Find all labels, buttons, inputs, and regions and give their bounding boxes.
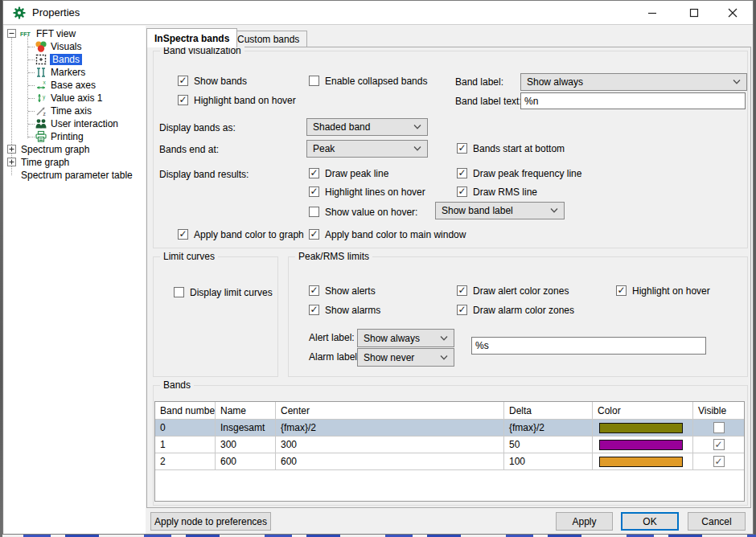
chevron-down-icon [733, 80, 741, 84]
titlebar[interactable]: Properties [3, 1, 753, 25]
table-row[interactable]: 2 600 600 100 ✓ [155, 453, 744, 470]
column-header[interactable]: Center [276, 402, 504, 420]
tree-item-user-interaction[interactable]: User interaction [4, 117, 146, 130]
checkbox-bands-start-at-bottom[interactable]: ✓ Bands start at bottom [457, 142, 565, 154]
svg-text:FFT: FFT [20, 31, 31, 37]
tree-item-label: FFT view [36, 28, 76, 39]
checkbox-apply-band-color-to-graph[interactable]: ✓ Apply band color to graph [178, 228, 304, 240]
band-label-text-label: Band label text: [455, 96, 522, 107]
combo-bands-end-at[interactable]: Peak [306, 140, 428, 158]
checkbox-apply-band-color-to-main-window[interactable]: ✓ Apply band color to main window [309, 228, 466, 240]
tree-item-base-axes[interactable]: x Base axes [4, 79, 146, 92]
limit-label-text-input[interactable] [471, 337, 706, 355]
checkbox-highlight-band-on-hover[interactable]: ✓ Highlight band on hover [178, 94, 296, 106]
chevron-down-icon [440, 336, 448, 341]
button-label: Apply node to preferences [154, 516, 267, 527]
maximize-button[interactable] [677, 1, 711, 24]
maximize-icon [689, 8, 699, 18]
cell-color[interactable] [593, 453, 693, 470]
cell-center: {fmax}/2 [276, 420, 504, 437]
apply-button[interactable]: Apply [556, 512, 613, 531]
checkbox-highlight-lines-on-hover[interactable]: ✓ Highlight lines on hover [309, 186, 425, 198]
ok-button[interactable]: OK [621, 512, 679, 531]
checkbox-draw-alert-color-zones[interactable]: ✓ Draw alert color zones [457, 285, 569, 297]
checkbox-draw-peak-frequency-line[interactable]: ✓ Draw peak frequency line [457, 167, 581, 179]
combo-alarm-label[interactable]: Show never [357, 348, 454, 367]
checkbox-show-alarms[interactable]: ✓ Show alarms [309, 304, 380, 316]
column-header[interactable]: Band number [155, 402, 216, 420]
combo-display-bands-as[interactable]: Shaded band [306, 118, 428, 136]
visible-checkbox[interactable]: ✓ [713, 439, 725, 450]
tree-item-label-selected: Bands [50, 54, 82, 65]
checkbox-label: Apply band color to graph [194, 229, 304, 240]
checkmark-icon: ✓ [458, 305, 466, 314]
checkbox-box: ✓ [178, 95, 188, 105]
column-header[interactable]: Color [593, 402, 693, 420]
checkbox-box: ✓ [309, 285, 319, 296]
display-bands-as-label: Display bands as: [159, 122, 236, 133]
checkbox-box: ✓ [457, 305, 467, 315]
close-button[interactable] [716, 1, 750, 24]
checkbox-draw-rms-line[interactable]: ✓ Draw RMS line [457, 186, 537, 198]
tree-item-spectrum-graph[interactable]: Spectrum graph [4, 143, 146, 156]
chevron-down-icon [413, 146, 421, 151]
checkbox-show-bands[interactable]: ✓ Show bands [178, 75, 247, 87]
tree-item-bands[interactable]: Bands [4, 53, 146, 66]
checkbox-highlight-on-hover[interactable]: ✓ Highlight on hover [616, 285, 710, 297]
checkbox-enable-collapsed-bands[interactable]: Enable collapsed bands [309, 75, 427, 87]
combo-alert-label[interactable]: Show always [357, 329, 454, 347]
tree-item-fft-view[interactable]: FFT FFT view [4, 27, 146, 40]
cell-visible[interactable]: ✓ [693, 437, 744, 453]
cancel-button[interactable]: Cancel [688, 512, 746, 531]
column-header[interactable]: Delta [504, 402, 593, 420]
combo-band-label[interactable]: Show always [520, 73, 747, 91]
checkbox-show-alerts[interactable]: ✓ Show alerts [309, 285, 376, 297]
cell-color[interactable] [593, 420, 693, 437]
band-color-swatch[interactable] [599, 457, 683, 467]
expand-plus-icon[interactable] [7, 158, 16, 166]
collapse-minus-icon[interactable] [7, 29, 16, 38]
band-color-swatch[interactable] [599, 423, 683, 433]
combo-value: Show never [364, 352, 440, 363]
table-row[interactable]: 1 300 300 50 ✓ [155, 437, 744, 453]
checkbox-label: Apply band color to main window [325, 229, 466, 240]
tab-inspectra-bands[interactable]: InSpectra bands [146, 28, 237, 47]
tree-item-time-axis[interactable]: z Time axis [4, 105, 146, 117]
expand-plus-icon[interactable] [7, 145, 16, 154]
apply-node-to-preferences-button[interactable]: Apply node to preferences [150, 512, 271, 531]
tree-item-markers[interactable]: Markers [4, 66, 146, 79]
checkbox-draw-peak-line[interactable]: ✓ Draw peak line [309, 167, 388, 179]
cell-visible[interactable]: ✓ [693, 453, 744, 470]
cell-color[interactable] [593, 437, 693, 453]
cell-visible[interactable] [693, 420, 744, 437]
printer-icon [35, 130, 47, 143]
button-label: Apply [572, 516, 596, 527]
combo-show-value-on-hover[interactable]: Show band label [435, 202, 565, 219]
band-label-text-input[interactable] [520, 92, 746, 109]
checkbox-label: Display limit curves [190, 287, 273, 298]
checkbox-draw-alarm-color-zones[interactable]: ✓ Draw alarm color zones [457, 304, 574, 316]
tree-item-value-axis-1[interactable]: y Value axis 1 [4, 92, 146, 105]
checkmark-icon: ✓ [310, 169, 318, 177]
checkbox-show-value-on-hover[interactable]: Show value on hover: [309, 206, 417, 218]
column-header[interactable]: Name [216, 402, 276, 420]
checkmark-icon: ✓ [617, 286, 625, 294]
bands-table-header[interactable]: Band number Name Center Delta Color Visi… [155, 402, 744, 420]
column-header[interactable]: Visible [693, 402, 744, 420]
tree-item-spectrum-parameter-table[interactable]: Spectrum parameter table [4, 169, 146, 182]
tree-connector-stub [28, 98, 35, 99]
markers-icon [35, 66, 47, 79]
tree-connector-stub [28, 47, 35, 47]
visible-checkbox[interactable] [713, 422, 725, 433]
band-color-swatch[interactable] [599, 440, 683, 450]
tree-item-time-graph[interactable]: Time graph [4, 156, 146, 169]
minimize-button[interactable] [635, 1, 669, 24]
tree-item-visuals[interactable]: Visuals [4, 40, 146, 53]
visible-checkbox[interactable]: ✓ [713, 456, 725, 467]
checkbox-display-limit-curves[interactable]: Display limit curves [174, 286, 273, 298]
alert-label-label: Alert label: [309, 332, 355, 343]
checkbox-box [174, 287, 184, 297]
table-row[interactable]: 0 Insgesamt {fmax}/2 {fmax}/2 [155, 420, 744, 437]
checkmark-icon: ✓ [310, 286, 318, 294]
tree-item-printing[interactable]: Printing [4, 130, 146, 143]
